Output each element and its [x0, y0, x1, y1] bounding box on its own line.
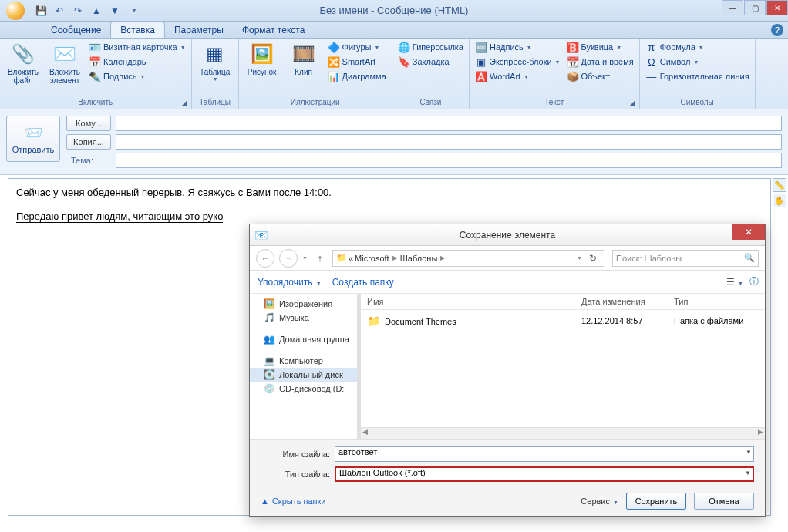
col-name[interactable]: Имя — [367, 297, 581, 306]
organize-button[interactable]: Упорядочить ▼ — [258, 277, 322, 288]
object-button[interactable]: 📦Объект — [564, 69, 636, 83]
h-scrollbar[interactable]: ◀▶ — [361, 427, 765, 439]
list-header: Имя Дата изменения Тип — [361, 294, 765, 310]
business-card-button[interactable]: 🪪Визитная карточка▼ — [86, 40, 188, 54]
cc-button[interactable]: Копия... — [66, 134, 111, 150]
hline-button[interactable]: —Горизонтальная линия — [643, 69, 752, 83]
view-button[interactable]: ☰ ▼ — [726, 277, 743, 288]
quickparts-button[interactable]: ▣Экспресс-блоки▼ — [473, 55, 563, 69]
dialog-close-button[interactable]: ✕ — [732, 224, 765, 240]
help-button[interactable]: ⓘ — [749, 275, 759, 288]
group-tables: ▦Таблица▼ Таблицы — [192, 39, 239, 109]
dialog-nav: ← → ▼ ↑ 📁 « Microsoft▶ Шаблоны▶ ▼ ↻ Поис… — [250, 246, 765, 271]
datetime-button[interactable]: 📆Дата и время — [564, 55, 636, 69]
prev-icon[interactable]: ▲ — [89, 4, 103, 18]
hand-icon[interactable]: ✋ — [773, 194, 786, 207]
minimize-button[interactable]: — — [722, 0, 743, 15]
chevron-up-icon: ▲ — [261, 497, 269, 506]
music-icon: 🎵 — [264, 312, 276, 323]
group-text: 🔤Надпись▼ ▣Экспресс-блоки▼ 🅰️WordArt▼ 🅱️… — [470, 39, 640, 109]
textbox-button[interactable]: 🔤Надпись▼ — [473, 40, 563, 54]
hide-folders-button[interactable]: ▲Скрыть папки — [261, 497, 325, 506]
clip-button[interactable]: 🎞️Клип — [284, 40, 324, 78]
chevron-down-icon[interactable]: ▼ — [745, 470, 751, 476]
filetype-select[interactable]: Шаблон Outlook (*.oft)▼ — [335, 466, 754, 482]
dropcap-button[interactable]: 🅱️Буквица▼ — [564, 40, 636, 54]
tab-format[interactable]: Формат текста — [233, 22, 314, 38]
tab-insert[interactable]: Вставка — [110, 22, 165, 38]
attach-file-button[interactable]: 📎Вложить файл — [3, 40, 43, 86]
breadcrumb[interactable]: 📁 « Microsoft▶ Шаблоны▶ ▼ ↻ — [332, 250, 604, 267]
filename-input[interactable]: автоответ▼ — [335, 446, 754, 462]
cc-field[interactable] — [116, 134, 782, 150]
attach-item-button[interactable]: ✉️Вложить элемент — [45, 40, 85, 86]
chevron-down-icon[interactable]: ▼ — [746, 449, 752, 456]
search-input[interactable]: Поиск: Шаблоны🔍 — [612, 250, 759, 267]
tree-homegroup[interactable]: 👥Домашняя группа — [250, 332, 357, 346]
dialog-launcher-icon[interactable]: ◢ — [182, 99, 187, 106]
tab-message[interactable]: Сообщение — [42, 22, 110, 38]
symbol-button[interactable]: ΩСимвол▼ — [643, 55, 752, 69]
card-icon: 🪪 — [89, 41, 101, 53]
table-button[interactable]: ▦Таблица▼ — [195, 40, 235, 84]
pictures-icon: 🖼️ — [264, 298, 276, 309]
redo-icon[interactable]: ↷ — [71, 4, 85, 18]
help-icon[interactable]: ? — [771, 24, 783, 36]
col-date[interactable]: Дата изменения — [581, 297, 674, 306]
undo-icon[interactable]: ↶ — [52, 4, 66, 18]
tab-options[interactable]: Параметры — [165, 22, 233, 38]
send-button[interactable]: 📨Отправить — [6, 116, 60, 162]
calendar-button[interactable]: 📅Календарь — [86, 55, 188, 69]
file-list[interactable]: Имя Дата изменения Тип 📁Document Themes … — [361, 294, 765, 439]
save-icon[interactable]: 💾 — [34, 4, 48, 18]
list-item[interactable]: 📁Document Themes 12.12.2014 8:57 Папка с… — [361, 310, 765, 332]
back-button[interactable]: ← — [256, 249, 274, 268]
body-line-2: Передаю привет людям, читающим это руко — [16, 210, 223, 223]
nav-tree[interactable]: 🖼️Изображения 🎵Музыка 👥Домашняя группа 💻… — [250, 294, 358, 439]
pi-icon: π — [645, 41, 658, 53]
service-button[interactable]: Сервис ▼ — [581, 497, 618, 506]
send-icon: 📨 — [24, 123, 43, 142]
tree-music[interactable]: 🎵Музыка — [250, 311, 357, 325]
history-dropdown-icon[interactable]: ▼ — [302, 255, 308, 261]
signature-button[interactable]: ✒️Подпись▼ — [86, 69, 188, 83]
office-button[interactable] — [0, 0, 31, 22]
smartart-button[interactable]: 🔀SmartArt — [325, 55, 389, 69]
office-orb-icon — [6, 2, 25, 20]
forward-button[interactable]: → — [279, 249, 298, 268]
tree-cddrive[interactable]: 💿CD-дисковод (D: — [250, 382, 357, 396]
dialog-launcher-icon[interactable]: ◢ — [630, 99, 635, 106]
to-field[interactable] — [116, 116, 782, 131]
signature-icon: ✒️ — [89, 70, 101, 82]
hyperlink-button[interactable]: 🌐Гиперссылка — [396, 40, 466, 54]
new-folder-button[interactable]: Создать папку — [332, 277, 394, 288]
qat-dropdown-icon[interactable]: ▼ — [127, 4, 141, 18]
up-button[interactable]: ↑ — [312, 251, 328, 266]
textbox-icon: 🔤 — [475, 41, 487, 53]
wordart-button[interactable]: 🅰️WordArt▼ — [473, 69, 563, 83]
refresh-button[interactable]: ↻ — [584, 250, 601, 267]
shapes-button[interactable]: 🔷Фигуры▼ — [325, 40, 389, 54]
col-type[interactable]: Тип — [674, 297, 759, 306]
save-button[interactable]: Сохранить — [626, 493, 686, 510]
bookmark-button[interactable]: 🔖Закладка — [396, 55, 466, 69]
chart-button[interactable]: 📊Диаграмма — [325, 69, 389, 83]
blocks-icon: ▣ — [475, 56, 487, 68]
close-button[interactable]: ✕ — [766, 0, 788, 15]
filename-label: Имя файла: — [261, 450, 330, 459]
disk-icon: 💽 — [264, 369, 276, 380]
next-icon[interactable]: ▼ — [108, 4, 122, 18]
crumb-dropdown-icon[interactable]: ▼ — [577, 255, 582, 261]
to-button[interactable]: Кому... — [66, 116, 111, 131]
cancel-button[interactable]: Отмена — [694, 493, 754, 510]
folder-icon: 📁 — [367, 315, 380, 327]
tree-localdisk[interactable]: 💽Локальный диск — [250, 368, 357, 382]
equation-button[interactable]: πФормула▼ — [643, 40, 752, 54]
subject-field[interactable] — [116, 153, 782, 168]
maximize-button[interactable]: ▢ — [744, 0, 766, 15]
tree-pictures[interactable]: 🖼️Изображения — [250, 297, 357, 311]
picture-button[interactable]: 🖼️Рисунок — [242, 40, 282, 78]
ruler-icon[interactable]: 📏 — [773, 178, 786, 192]
tree-computer[interactable]: 💻Компьютер — [250, 354, 357, 368]
homegroup-icon: 👥 — [264, 334, 276, 345]
